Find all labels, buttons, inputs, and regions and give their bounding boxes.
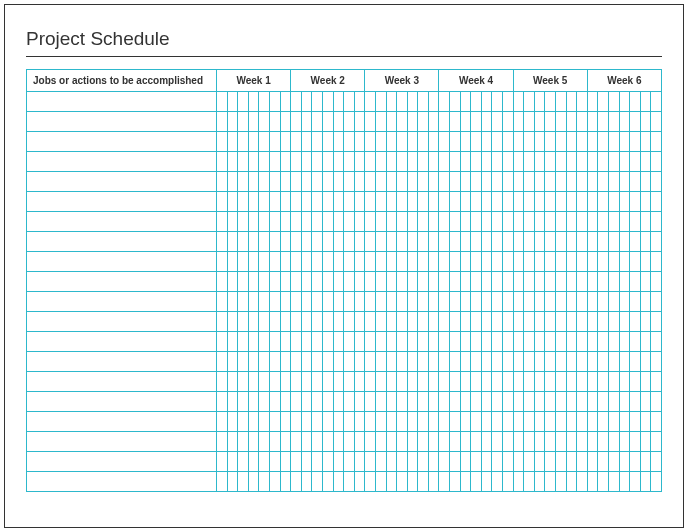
day-cell[interactable] bbox=[608, 252, 619, 272]
day-cell[interactable] bbox=[439, 452, 450, 472]
day-cell[interactable] bbox=[269, 392, 280, 412]
day-cell[interactable] bbox=[259, 272, 270, 292]
day-cell[interactable] bbox=[428, 472, 439, 492]
day-cell[interactable] bbox=[450, 92, 461, 112]
day-cell[interactable] bbox=[428, 232, 439, 252]
day-cell[interactable] bbox=[344, 212, 355, 232]
day-cell[interactable] bbox=[312, 452, 323, 472]
day-cell[interactable] bbox=[598, 332, 609, 352]
day-cell[interactable] bbox=[354, 472, 365, 492]
day-cell[interactable] bbox=[418, 392, 429, 412]
day-cell[interactable] bbox=[503, 112, 514, 132]
day-cell[interactable] bbox=[492, 412, 503, 432]
day-cell[interactable] bbox=[227, 112, 238, 132]
day-cell[interactable] bbox=[217, 392, 228, 412]
day-cell[interactable] bbox=[333, 412, 344, 432]
day-cell[interactable] bbox=[556, 112, 567, 132]
day-cell[interactable] bbox=[238, 372, 249, 392]
day-cell[interactable] bbox=[322, 312, 333, 332]
day-cell[interactable] bbox=[344, 172, 355, 192]
day-cell[interactable] bbox=[608, 92, 619, 112]
day-cell[interactable] bbox=[524, 352, 535, 372]
day-cell[interactable] bbox=[291, 212, 302, 232]
day-cell[interactable] bbox=[651, 332, 662, 352]
day-cell[interactable] bbox=[344, 452, 355, 472]
day-cell[interactable] bbox=[450, 452, 461, 472]
day-cell[interactable] bbox=[238, 92, 249, 112]
day-cell[interactable] bbox=[556, 412, 567, 432]
day-cell[interactable] bbox=[481, 132, 492, 152]
day-cell[interactable] bbox=[312, 272, 323, 292]
day-cell[interactable] bbox=[354, 452, 365, 472]
day-cell[interactable] bbox=[545, 412, 556, 432]
day-cell[interactable] bbox=[227, 212, 238, 232]
day-cell[interactable] bbox=[312, 112, 323, 132]
day-cell[interactable] bbox=[471, 92, 482, 112]
day-cell[interactable] bbox=[640, 412, 651, 432]
day-cell[interactable] bbox=[280, 192, 291, 212]
day-cell[interactable] bbox=[386, 332, 397, 352]
day-cell[interactable] bbox=[619, 372, 630, 392]
day-cell[interactable] bbox=[630, 452, 641, 472]
day-cell[interactable] bbox=[640, 232, 651, 252]
day-cell[interactable] bbox=[217, 112, 228, 132]
day-cell[interactable] bbox=[238, 192, 249, 212]
day-cell[interactable] bbox=[248, 192, 259, 212]
day-cell[interactable] bbox=[217, 272, 228, 292]
day-cell[interactable] bbox=[534, 392, 545, 412]
day-cell[interactable] bbox=[227, 292, 238, 312]
day-cell[interactable] bbox=[259, 292, 270, 312]
day-cell[interactable] bbox=[217, 232, 228, 252]
day-cell[interactable] bbox=[513, 352, 524, 372]
day-cell[interactable] bbox=[587, 432, 598, 452]
day-cell[interactable] bbox=[322, 472, 333, 492]
day-cell[interactable] bbox=[450, 352, 461, 372]
day-cell[interactable] bbox=[640, 432, 651, 452]
day-cell[interactable] bbox=[280, 92, 291, 112]
day-cell[interactable] bbox=[545, 312, 556, 332]
day-cell[interactable] bbox=[238, 452, 249, 472]
day-cell[interactable] bbox=[460, 272, 471, 292]
day-cell[interactable] bbox=[577, 312, 588, 332]
day-cell[interactable] bbox=[428, 372, 439, 392]
day-cell[interactable] bbox=[492, 332, 503, 352]
day-cell[interactable] bbox=[354, 232, 365, 252]
day-cell[interactable] bbox=[365, 212, 376, 232]
day-cell[interactable] bbox=[608, 412, 619, 432]
day-cell[interactable] bbox=[598, 172, 609, 192]
day-cell[interactable] bbox=[227, 352, 238, 372]
day-cell[interactable] bbox=[450, 212, 461, 232]
day-cell[interactable] bbox=[333, 152, 344, 172]
day-cell[interactable] bbox=[248, 452, 259, 472]
day-cell[interactable] bbox=[259, 212, 270, 232]
day-cell[interactable] bbox=[375, 172, 386, 192]
day-cell[interactable] bbox=[322, 172, 333, 192]
day-cell[interactable] bbox=[333, 252, 344, 272]
day-cell[interactable] bbox=[651, 472, 662, 492]
day-cell[interactable] bbox=[492, 292, 503, 312]
day-cell[interactable] bbox=[322, 232, 333, 252]
day-cell[interactable] bbox=[301, 92, 312, 112]
day-cell[interactable] bbox=[322, 112, 333, 132]
day-cell[interactable] bbox=[524, 212, 535, 232]
day-cell[interactable] bbox=[577, 332, 588, 352]
day-cell[interactable] bbox=[217, 432, 228, 452]
day-cell[interactable] bbox=[227, 452, 238, 472]
day-cell[interactable] bbox=[524, 192, 535, 212]
day-cell[interactable] bbox=[471, 372, 482, 392]
day-cell[interactable] bbox=[269, 432, 280, 452]
day-cell[interactable] bbox=[269, 232, 280, 252]
day-cell[interactable] bbox=[439, 152, 450, 172]
day-cell[interactable] bbox=[439, 312, 450, 332]
day-cell[interactable] bbox=[418, 252, 429, 272]
day-cell[interactable] bbox=[566, 432, 577, 452]
day-cell[interactable] bbox=[344, 412, 355, 432]
day-cell[interactable] bbox=[322, 372, 333, 392]
day-cell[interactable] bbox=[375, 412, 386, 432]
day-cell[interactable] bbox=[227, 152, 238, 172]
day-cell[interactable] bbox=[587, 112, 598, 132]
day-cell[interactable] bbox=[418, 212, 429, 232]
day-cell[interactable] bbox=[640, 312, 651, 332]
day-cell[interactable] bbox=[577, 232, 588, 252]
day-cell[interactable] bbox=[630, 212, 641, 232]
